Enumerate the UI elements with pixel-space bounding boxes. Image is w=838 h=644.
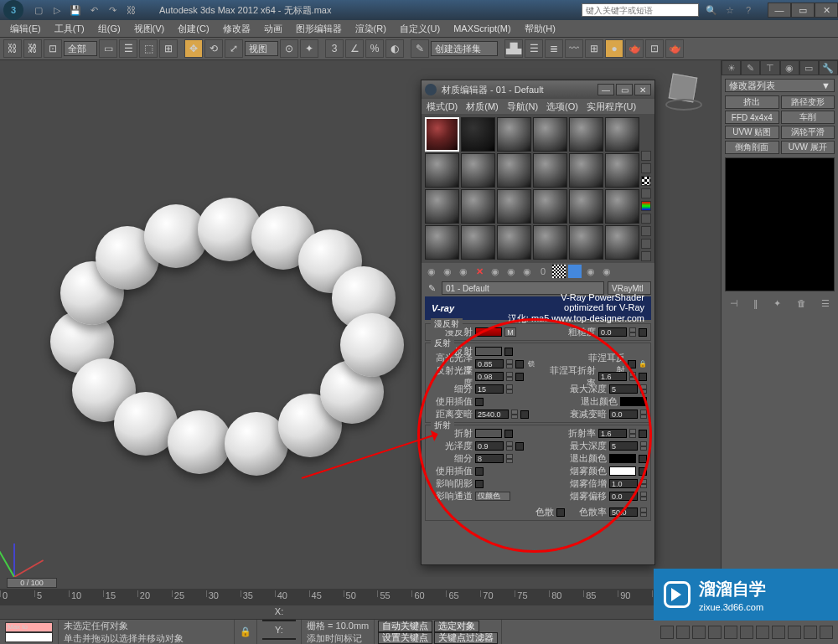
material-slot[interactable] <box>605 225 639 260</box>
btn-lathe[interactable]: 车削 <box>781 111 835 124</box>
go-forward-icon[interactable]: ◉ <box>600 265 613 278</box>
material-slot[interactable] <box>497 225 531 260</box>
open-icon[interactable]: ▷ <box>50 3 64 17</box>
align-tool[interactable]: ☰ <box>525 39 543 58</box>
angle-snap-tool[interactable]: ∠ <box>345 39 364 58</box>
menu-grapheditors[interactable]: 图形编辑器 <box>289 23 349 35</box>
abbe-spinner[interactable]: 50.0 <box>609 507 638 517</box>
ref-coord-system[interactable]: 视图 <box>245 41 278 56</box>
go-parent-icon[interactable]: ◉ <box>584 265 597 278</box>
orbit-icon[interactable] <box>804 626 817 639</box>
me-menu-material[interactable]: 材质(M) <box>466 100 499 113</box>
fresnel-checkbox[interactable] <box>628 360 636 368</box>
fogcolor-map-button[interactable] <box>639 467 647 476</box>
mat-id-icon[interactable]: 0 <box>536 265 550 278</box>
options-icon[interactable] <box>641 226 651 236</box>
material-slot[interactable] <box>497 117 531 152</box>
sample-uv-icon[interactable] <box>641 188 651 198</box>
put-to-scene-icon[interactable]: ◉ <box>441 265 454 278</box>
material-slot[interactable] <box>461 189 495 224</box>
material-slot[interactable] <box>605 117 639 152</box>
viewcube[interactable] <box>670 75 704 109</box>
btn-uvwunwrap[interactable]: UVW 展开 <box>781 141 835 154</box>
rotate-tool[interactable]: ⟲ <box>204 39 223 58</box>
refract-exitcolor-swatch[interactable] <box>609 454 636 463</box>
affect-shadows-checkbox[interactable] <box>475 480 484 488</box>
zoom-extents-icon[interactable] <box>772 626 785 639</box>
tab-create[interactable]: ☀ <box>722 60 741 75</box>
menu-modifiers[interactable]: 修改器 <box>216 23 257 35</box>
menu-animation[interactable]: 动画 <box>257 23 289 35</box>
diffuse-map-button[interactable]: M <box>504 327 516 337</box>
layers-tool[interactable]: ≣ <box>545 39 563 58</box>
manip-tool[interactable]: ✦ <box>300 39 318 58</box>
refract-map-button[interactable] <box>504 430 513 438</box>
material-slot[interactable] <box>425 117 459 152</box>
time-slider-handle[interactable]: 0 / 100 <box>7 578 57 588</box>
preview-icon[interactable] <box>641 214 651 224</box>
menu-maxscript[interactable]: MAXScript(M) <box>447 23 517 33</box>
render-tool[interactable]: 🫖 <box>665 39 684 58</box>
show-map-icon[interactable] <box>552 265 566 278</box>
refract-exitcolor-checkbox[interactable] <box>639 455 647 463</box>
render-frame-tool[interactable]: ⊡ <box>645 39 664 58</box>
move-tool[interactable]: ✥ <box>184 39 203 58</box>
me-minimize-button[interactable]: — <box>597 84 614 95</box>
dimdist-checkbox[interactable] <box>520 410 529 419</box>
maximize-viewport-icon[interactable] <box>820 626 833 639</box>
me-menu-navigation[interactable]: 导航(N) <box>507 100 538 113</box>
put-library-icon[interactable]: ◉ <box>520 265 534 278</box>
search-icon[interactable]: 🔍 <box>704 3 719 17</box>
material-slot[interactable] <box>569 153 603 188</box>
material-slot[interactable] <box>533 189 567 224</box>
me-maximize-button[interactable]: ▭ <box>616 84 633 95</box>
menu-customize[interactable]: 自定义(U) <box>393 23 447 35</box>
dimfall-spinner[interactable]: 0.0 <box>609 410 638 419</box>
dispersion-checkbox[interactable] <box>556 508 565 517</box>
btn-turbosmooth[interactable]: 涡轮平滑 <box>781 126 835 139</box>
menu-group[interactable]: 组(G) <box>91 23 127 35</box>
fresnel-lock-icon[interactable]: 🔒 <box>639 360 647 368</box>
menu-rendering[interactable]: 渲染(R) <box>349 23 393 35</box>
refract-glossy-spinner[interactable]: 0.9 <box>475 441 504 451</box>
app-logo[interactable]: 3 <box>3 0 23 20</box>
slot-count-icon[interactable] <box>641 251 651 261</box>
tab-motion[interactable]: ◉ <box>780 60 799 75</box>
tab-modify[interactable]: ✎ <box>741 60 760 75</box>
menu-tools[interactable]: 工具(T) <box>48 23 91 35</box>
favorite-icon[interactable]: ☆ <box>722 3 737 17</box>
bind-tool[interactable]: ⊡ <box>44 39 62 58</box>
maxscript-listener[interactable]: Max to Physics C <box>0 620 59 644</box>
help-search-input[interactable] <box>582 3 699 17</box>
material-slot[interactable] <box>605 153 639 188</box>
material-slot[interactable] <box>569 189 603 224</box>
select-tool[interactable]: ▭ <box>99 39 117 58</box>
material-slot[interactable] <box>533 117 567 152</box>
play-icon[interactable] <box>692 626 706 639</box>
help-icon[interactable]: ? <box>741 3 756 17</box>
reflect-interp-checkbox[interactable] <box>475 398 484 406</box>
config-sets-icon[interactable]: ☰ <box>821 298 830 309</box>
menu-views[interactable]: 视图(V) <box>127 23 172 35</box>
make-copy-icon[interactable]: ◉ <box>489 265 502 278</box>
me-menu-options[interactable]: 选项(O) <box>546 100 578 113</box>
save-icon[interactable]: 💾 <box>69 3 82 17</box>
spinner-snap-tool[interactable]: ◐ <box>385 39 404 58</box>
refract-maxdepth-spinner[interactable]: 5 <box>609 441 638 451</box>
reflect-exitcolor-swatch[interactable] <box>620 397 647 406</box>
remove-mod-icon[interactable]: 🗑 <box>797 298 806 309</box>
schem-view-tool[interactable]: ⊞ <box>585 39 603 58</box>
select-rect-tool[interactable]: ⬚ <box>139 39 158 58</box>
rglossy-map-button[interactable] <box>515 373 524 381</box>
reflect-glossy-spinner[interactable]: 0.98 <box>475 372 504 381</box>
goto-start-icon[interactable] <box>660 626 674 639</box>
btn-bevelprofile[interactable]: 倒角剖面 <box>725 141 779 154</box>
modifier-list-dropdown[interactable]: 修改器列表▼ <box>725 79 835 92</box>
refract-subdiv-spinner[interactable]: 8 <box>475 454 504 463</box>
new-icon[interactable]: ▢ <box>32 3 45 17</box>
material-slot[interactable] <box>425 225 459 260</box>
fogbias-spinner[interactable]: 0.0 <box>609 492 638 501</box>
reflect-map-button[interactable] <box>504 348 513 356</box>
me-menu-utilities[interactable]: 实用程序(U) <box>587 100 636 113</box>
refract-color-swatch[interactable] <box>475 429 502 438</box>
